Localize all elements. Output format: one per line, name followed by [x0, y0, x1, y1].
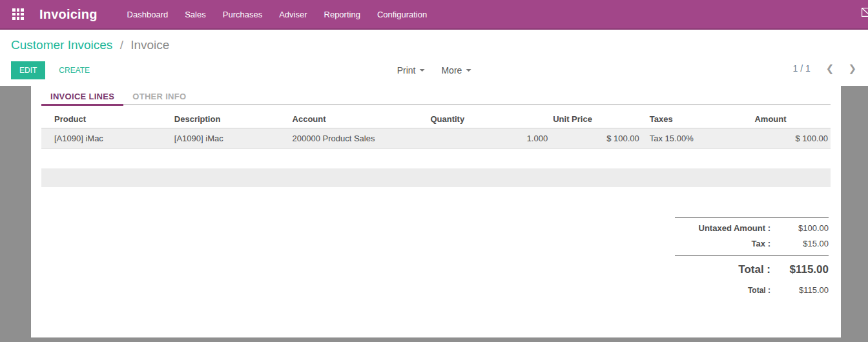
more-label: More [441, 65, 462, 75]
cell-unit-price[interactable]: $ 100.00 [550, 128, 642, 149]
column-amount[interactable]: Amount [752, 110, 831, 128]
breadcrumb-separator: / [120, 38, 123, 52]
total-secondary-value: $115.00 [770, 285, 829, 295]
cell-quantity[interactable]: 1.000 [428, 128, 550, 149]
tax-row: Tax : $15.00 [675, 239, 829, 248]
totals-divider [675, 255, 829, 256]
menu-reporting[interactable]: Reporting [320, 6, 364, 23]
table-header-row: Product Description Account Quantity Uni… [41, 110, 831, 128]
menu-adviser[interactable]: Adviser [275, 6, 311, 23]
apps-grid-icon[interactable] [12, 8, 24, 20]
tax-label: Tax : [675, 239, 770, 248]
cell-account[interactable]: 200000 Product Sales [290, 128, 428, 149]
column-description[interactable]: Description [172, 110, 290, 128]
pager-value: 1 / 1 [793, 63, 811, 74]
breadcrumb: Customer Invoices / Invoice [11, 38, 169, 52]
app-title[interactable]: Invoicing [39, 7, 98, 22]
menu-dashboard[interactable]: Dashboard [123, 6, 172, 23]
menu-purchases[interactable]: Purchases [219, 6, 266, 23]
tab-invoice-lines[interactable]: INVOICE LINES [41, 88, 123, 106]
action-buttons: EDIT CREATE [11, 61, 94, 79]
tab-other-info[interactable]: OTHER INFO [123, 88, 195, 105]
total-value: $115.00 [770, 263, 829, 276]
more-dropdown[interactable]: More [440, 61, 472, 79]
totals-panel: Untaxed Amount : $100.00 Tax : $15.00 To… [675, 217, 829, 301]
chevron-down-icon [419, 69, 424, 72]
table-row[interactable]: [A1090] iMac [A1090] iMac 200000 Product… [41, 128, 831, 149]
column-product[interactable]: Product [41, 110, 172, 128]
top-menu: Dashboard Sales Purchases Adviser Report… [123, 6, 431, 23]
chevron-down-icon [466, 69, 471, 72]
print-label: Print [397, 65, 416, 75]
column-unit-price[interactable]: Unit Price [550, 110, 642, 128]
control-panel: Customer Invoices / Invoice EDIT CREATE … [0, 30, 868, 86]
column-account[interactable]: Account [290, 110, 428, 128]
cell-taxes[interactable]: Tax 15.00% [642, 128, 752, 149]
pager: 1 / 1 ❮ ❯ [793, 61, 860, 75]
top-navbar: Invoicing Dashboard Sales Purchases Advi… [0, 0, 868, 30]
total-secondary-label: Total : [675, 286, 770, 295]
cell-description[interactable]: [A1090] iMac [172, 128, 290, 149]
cell-product[interactable]: [A1090] iMac [41, 128, 172, 149]
cell-amount[interactable]: $ 100.00 [752, 128, 831, 149]
column-quantity[interactable]: Quantity [428, 110, 550, 128]
breadcrumb-invoice: Invoice [130, 38, 169, 52]
breadcrumb-customer-invoices[interactable]: Customer Invoices [11, 38, 112, 52]
subtotals-group: Untaxed Amount : $100.00 Tax : $15.00 [675, 217, 829, 248]
column-taxes[interactable]: Taxes [642, 110, 752, 128]
pager-previous-icon[interactable]: ❮ [822, 61, 838, 75]
total-secondary-row: Total : $115.00 [675, 285, 829, 295]
untaxed-amount-row: Untaxed Amount : $100.00 [675, 223, 829, 233]
empty-summary-band [41, 168, 831, 187]
invoice-lines-table: Product Description Account Quantity Uni… [41, 110, 831, 149]
notebook-tabs: INVOICE LINES OTHER INFO [41, 88, 831, 105]
untaxed-amount-value: $100.00 [770, 223, 829, 233]
menu-configuration[interactable]: Configuration [373, 6, 431, 23]
total-row: Total : $115.00 [675, 263, 829, 276]
invoice-sheet: INVOICE LINES OTHER INFO Product Descrip… [31, 86, 841, 337]
menu-sales[interactable]: Sales [181, 6, 210, 23]
untaxed-amount-label: Untaxed Amount : [675, 223, 770, 233]
messages-envelope-icon[interactable] [862, 8, 868, 17]
edit-button[interactable]: EDIT [11, 61, 45, 79]
create-button[interactable]: CREATE [55, 61, 94, 79]
pager-next-icon[interactable]: ❯ [844, 61, 860, 75]
tax-value: $15.00 [770, 239, 829, 248]
total-label: Total : [675, 263, 770, 276]
print-dropdown[interactable]: Print [396, 61, 426, 79]
dropdown-buttons: Print More [396, 61, 473, 79]
